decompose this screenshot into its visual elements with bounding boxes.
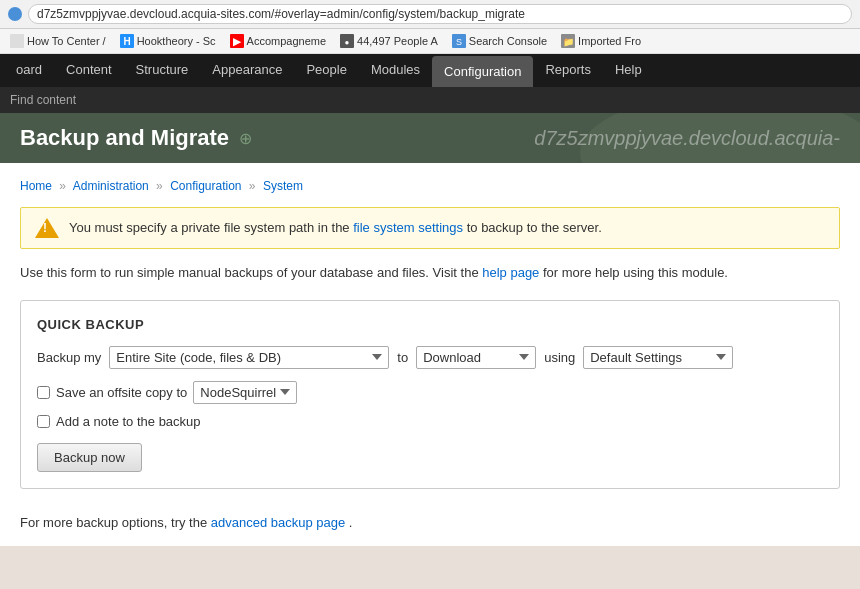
bookmark-label: 44,497 People A xyxy=(357,35,438,47)
bookmark-44497[interactable]: ● 44,497 People A xyxy=(334,32,444,50)
bookmark-label: Accompagneme xyxy=(247,35,327,47)
warning-text: You must specify a private file system p… xyxy=(69,218,602,238)
bookmarks-bar: How To Center / H Hooktheory - Sc ▶ Acco… xyxy=(0,29,860,54)
bookmark-icon: ● xyxy=(340,34,354,48)
svg-text:S: S xyxy=(456,37,462,47)
save-offsite-checkbox[interactable] xyxy=(37,386,50,399)
bookmark-search-console[interactable]: S Search Console xyxy=(446,32,553,50)
breadcrumb-administration[interactable]: Administration xyxy=(73,179,149,193)
sidebar-item-dashboard[interactable]: oard xyxy=(4,54,54,87)
bookmark-label: How To Center / xyxy=(27,35,106,47)
bookmark-icon: ▶ xyxy=(230,34,244,48)
find-content-link[interactable]: Find content xyxy=(10,93,76,107)
advanced-backup-link[interactable]: advanced backup page xyxy=(211,515,345,530)
to-label: to xyxy=(397,350,408,365)
warning-text-after: to backup to the server. xyxy=(467,220,602,235)
add-note-row: Add a note to the backup xyxy=(37,414,823,429)
quick-backup-box: QUICK BACKUP Backup my Entire Site (code… xyxy=(20,300,840,489)
svg-text:H: H xyxy=(123,36,130,47)
main-content-area: Home » Administration » Configuration » … xyxy=(0,163,860,546)
bookmark-how-to-center[interactable]: How To Center / xyxy=(4,32,112,50)
breadcrumb-home[interactable]: Home xyxy=(20,179,52,193)
page-title: Backup and Migrate xyxy=(20,125,229,151)
quick-backup-title: QUICK BACKUP xyxy=(37,317,823,332)
backup-my-select[interactable]: Entire Site (code, files & DB) Default D… xyxy=(109,346,389,369)
svg-rect-0 xyxy=(10,34,24,48)
description-after: for more help using this module. xyxy=(543,265,728,280)
sidebar-item-reports[interactable]: Reports xyxy=(533,54,603,87)
footer-text-after: . xyxy=(349,515,353,530)
save-offsite-row: Save an offsite copy to NodeSquirrel Ama… xyxy=(37,381,823,404)
bookmark-icon: 📁 xyxy=(561,34,575,48)
warning-icon xyxy=(35,218,59,238)
description-text: Use this form to run simple manual backu… xyxy=(20,263,840,284)
svg-text:📁: 📁 xyxy=(563,36,575,48)
breadcrumb-sep-1: » xyxy=(59,179,66,193)
help-page-link[interactable]: help page xyxy=(482,265,539,280)
browser-bar: d7z5zmvppjyvae.devcloud.acquia-sites.com… xyxy=(0,0,860,29)
bookmark-accompagneme[interactable]: ▶ Accompagneme xyxy=(224,32,333,50)
admin-toolbar: Find content xyxy=(0,87,860,113)
backup-now-button[interactable]: Backup now xyxy=(37,443,142,472)
svg-text:▶: ▶ xyxy=(233,36,242,47)
add-note-label[interactable]: Add a note to the backup xyxy=(56,414,201,429)
using-select[interactable]: Default Settings Custom Settings xyxy=(583,346,733,369)
browser-url[interactable]: d7z5zmvppjyvae.devcloud.acquia-sites.com… xyxy=(28,4,852,24)
sidebar-item-content[interactable]: Content xyxy=(54,54,124,87)
breadcrumb-system[interactable]: System xyxy=(263,179,303,193)
using-label: using xyxy=(544,350,575,365)
footer-text-before: For more backup options, try the xyxy=(20,515,207,530)
sidebar-item-people[interactable]: People xyxy=(294,54,358,87)
sidebar-item-modules[interactable]: Modules xyxy=(359,54,432,87)
sidebar-item-configuration[interactable]: Configuration xyxy=(432,56,533,87)
breadcrumb-configuration[interactable]: Configuration xyxy=(170,179,241,193)
save-offsite-label[interactable]: Save an offsite copy to xyxy=(56,385,187,400)
warning-box: You must specify a private file system p… xyxy=(20,207,840,249)
page-content: Backup and Migrate ⊕ d7z5zmvppjyvae.devc… xyxy=(0,113,860,589)
bookmark-label: Search Console xyxy=(469,35,547,47)
bookmark-icon: H xyxy=(120,34,134,48)
bookmark-icon xyxy=(10,34,24,48)
warning-text-before: You must specify a private file system p… xyxy=(69,220,350,235)
sidebar-item-help[interactable]: Help xyxy=(603,54,654,87)
add-note-checkbox[interactable] xyxy=(37,415,50,428)
breadcrumb-sep-3: » xyxy=(249,179,256,193)
site-url-overlay: d7z5zmvppjyvae.devcloud.acquia- xyxy=(534,127,840,150)
bookmark-icon: S xyxy=(452,34,466,48)
backup-my-row: Backup my Entire Site (code, files & DB)… xyxy=(37,346,823,369)
nav-bar: oard Content Structure Appearance People… xyxy=(0,54,860,87)
to-select[interactable]: Download Server NodeSquirrel xyxy=(416,346,536,369)
bookmark-label: Hooktheory - Sc xyxy=(137,35,216,47)
bookmark-hooktheory[interactable]: H Hooktheory - Sc xyxy=(114,32,222,50)
offsite-destination-select[interactable]: NodeSquirrel Amazon S3 xyxy=(193,381,297,404)
sidebar-item-structure[interactable]: Structure xyxy=(124,54,201,87)
description-before: Use this form to run simple manual backu… xyxy=(20,265,479,280)
backup-my-label: Backup my xyxy=(37,350,101,365)
svg-text:●: ● xyxy=(345,38,350,47)
page-header: Backup and Migrate ⊕ d7z5zmvppjyvae.devc… xyxy=(0,113,860,163)
add-icon[interactable]: ⊕ xyxy=(239,129,252,148)
browser-favicon xyxy=(8,7,22,21)
footer-text: For more backup options, try the advance… xyxy=(20,505,840,530)
sidebar-item-appearance[interactable]: Appearance xyxy=(200,54,294,87)
breadcrumb-sep-2: » xyxy=(156,179,163,193)
file-system-settings-link[interactable]: file system settings xyxy=(353,220,463,235)
breadcrumb: Home » Administration » Configuration » … xyxy=(20,179,840,193)
bookmark-imported-from[interactable]: 📁 Imported Fro xyxy=(555,32,647,50)
bookmark-label: Imported Fro xyxy=(578,35,641,47)
